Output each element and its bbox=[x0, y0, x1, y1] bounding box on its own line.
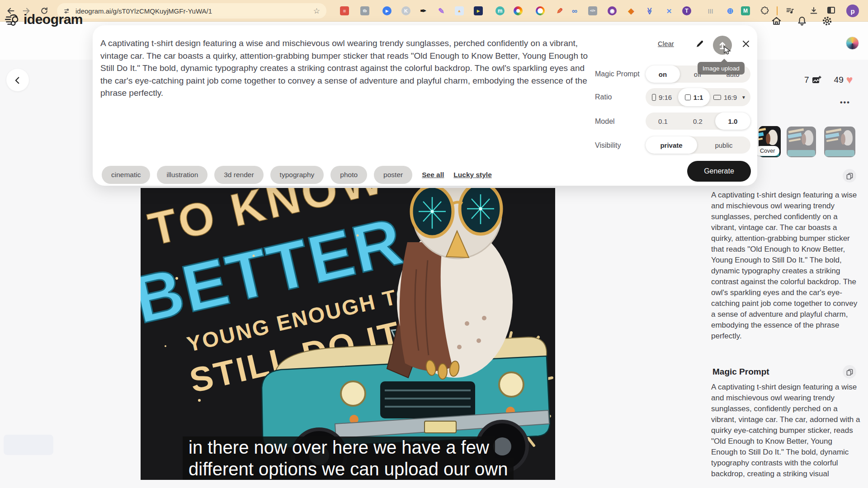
tag-photo[interactable]: photo bbox=[330, 166, 367, 184]
eye-icon[interactable]: ◉ bbox=[608, 6, 617, 15]
bookmark-star-icon[interactable]: ☆ bbox=[313, 6, 320, 16]
metamask-icon[interactable]: ◆ bbox=[627, 6, 636, 15]
color-wheel-icon[interactable] bbox=[514, 6, 523, 15]
cover-badge: Cover bbox=[755, 146, 779, 156]
home-icon[interactable] bbox=[770, 15, 782, 27]
bars-icon[interactable]: ||| bbox=[706, 6, 715, 15]
magic-prompt-label: Magic Prompt bbox=[595, 70, 640, 78]
heart-icon[interactable]: ♥ bbox=[846, 74, 853, 85]
tag-poster[interactable]: poster bbox=[374, 166, 412, 184]
side-panel-icon[interactable] bbox=[827, 7, 835, 14]
back-button[interactable] bbox=[6, 69, 29, 91]
sidebar-prompt-text: A captivating t-shirt design featuring a… bbox=[711, 190, 860, 342]
downloads-icon[interactable] bbox=[808, 5, 819, 16]
more-options-button[interactable]: ••• bbox=[840, 99, 850, 107]
notifications-bell-icon[interactable] bbox=[796, 15, 808, 27]
landscape-ratio-icon bbox=[713, 95, 721, 100]
code-icon[interactable]: </> bbox=[588, 6, 597, 15]
thumbnail-3[interactable] bbox=[824, 127, 855, 157]
toolbar-separator bbox=[777, 6, 778, 15]
tag-cinematic[interactable]: cinematic bbox=[102, 166, 150, 184]
prompt-textarea[interactable]: A captivating t-shirt design featuring a… bbox=[100, 37, 589, 99]
link-icon[interactable]: ∞ bbox=[570, 6, 579, 15]
lucky-style-link[interactable]: Lucky style bbox=[453, 171, 491, 179]
ratio-9-16[interactable]: 9:16 bbox=[646, 88, 678, 106]
model-0-2[interactable]: 0.2 bbox=[680, 113, 715, 130]
chevrons-icon[interactable]: ≫ bbox=[646, 6, 655, 15]
k-extension-icon[interactable]: K bbox=[401, 6, 410, 15]
image-stats: 7 49 ♥ bbox=[804, 74, 853, 85]
model-toggle: 0.1 0.2 1.0 bbox=[646, 113, 750, 130]
like-count: 49 bbox=[834, 75, 844, 85]
magic-prompt-on[interactable]: on bbox=[646, 66, 680, 83]
user-avatar[interactable] bbox=[846, 37, 859, 50]
cross-sticks-icon[interactable]: ✕ bbox=[665, 6, 674, 15]
copy-magic-prompt-button[interactable] bbox=[843, 365, 856, 379]
copy-prompt-button[interactable] bbox=[843, 169, 856, 183]
visibility-toggle: private public bbox=[646, 136, 750, 154]
tab-manager-icon[interactable]: tb bbox=[360, 6, 369, 15]
media-controls-icon[interactable] bbox=[785, 5, 796, 16]
ideogram-logo-icon bbox=[5, 12, 20, 27]
tag-typography[interactable]: typography bbox=[270, 166, 324, 184]
magic-prompt-title: Magic Prompt bbox=[712, 367, 769, 377]
browser-profile-avatar[interactable]: p bbox=[846, 5, 859, 17]
url-text: ideogram.ai/g/sT0YlzCMQKuyjMGFr-YuWA/1 bbox=[75, 7, 313, 15]
model-0-1[interactable]: 0.1 bbox=[646, 113, 680, 130]
red-pen-icon[interactable]: ✎ bbox=[555, 6, 564, 15]
ratio-label: Ratio bbox=[595, 93, 612, 101]
m-teal-icon[interactable]: m bbox=[495, 6, 505, 15]
ratio-16-9[interactable]: 16:9 bbox=[710, 88, 741, 106]
settings-gear-icon[interactable] bbox=[821, 15, 833, 27]
photo-frame-icon[interactable]: ▲ bbox=[455, 6, 464, 15]
copy-icon bbox=[846, 173, 853, 179]
model-label: Model bbox=[595, 117, 615, 126]
caption-line-1: in there now over here we have a few bbox=[183, 436, 495, 458]
video-player-icon[interactable]: ▸ bbox=[382, 6, 392, 15]
model-1-0[interactable]: 1.0 bbox=[715, 113, 750, 130]
mouse-cursor-icon bbox=[722, 46, 732, 59]
chevron-left-icon bbox=[13, 75, 23, 85]
image-count-icon bbox=[812, 75, 821, 84]
image-count: 7 bbox=[804, 75, 809, 85]
close-icon[interactable] bbox=[740, 38, 752, 50]
clear-button[interactable]: Clear bbox=[658, 40, 674, 47]
t-purple-icon[interactable]: T bbox=[682, 6, 691, 15]
browser-toolbar: ideogram.ai/g/sT0YlzCMQKuyjMGFr-YuWA/1 ☆… bbox=[0, 0, 868, 22]
ideogram-logo[interactable]: ideogram bbox=[5, 12, 83, 27]
square-ratio-icon bbox=[685, 94, 691, 100]
see-all-link[interactable]: See all bbox=[422, 171, 444, 179]
ratio-1-1[interactable]: 1:1 bbox=[678, 88, 710, 106]
ratio-toggle: 9:16 1:1 16:9 ▼ bbox=[646, 88, 750, 106]
caption-line-2: different options we can upload our own bbox=[183, 458, 514, 480]
m-green-icon[interactable]: M bbox=[741, 6, 750, 15]
visibility-public[interactable]: public bbox=[697, 136, 750, 154]
tag-illustration[interactable]: illustration bbox=[157, 166, 208, 184]
logo-text: ideogram bbox=[24, 12, 83, 27]
magic-prompt-text: A captivating t-shirt design featuring a… bbox=[711, 382, 860, 479]
todoist-icon[interactable]: ≡ bbox=[340, 6, 349, 15]
address-bar[interactable]: ideogram.ai/g/sT0YlzCMQKuyjMGFr-YuWA/1 ☆ bbox=[57, 3, 326, 19]
globe-icon[interactable]: ⊕ bbox=[726, 6, 735, 15]
purple-pen-icon[interactable]: ✎ bbox=[437, 6, 446, 15]
generate-button[interactable]: Generate bbox=[687, 161, 751, 182]
visibility-label: Visibility bbox=[595, 141, 621, 150]
tag-3d-render[interactable]: 3d render bbox=[214, 166, 263, 184]
screen: ideogram.ai/g/sT0YlzCMQKuyjMGFr-YuWA/1 ☆… bbox=[0, 0, 868, 488]
eyedropper-icon[interactable]: ✒ bbox=[419, 6, 428, 15]
prompt-panel: A captivating t-shirt design featuring a… bbox=[93, 25, 757, 186]
thumbnail-2[interactable] bbox=[787, 127, 816, 157]
ratio-dropdown-chevron-icon[interactable]: ▼ bbox=[741, 95, 746, 100]
background-artifact bbox=[4, 435, 53, 455]
color-ring-icon[interactable] bbox=[536, 6, 545, 15]
copy-icon bbox=[846, 369, 853, 375]
navy-play-icon[interactable]: ▸ bbox=[474, 6, 483, 15]
edit-pencil-icon[interactable] bbox=[694, 38, 706, 50]
extensions-puzzle-icon[interactable] bbox=[760, 5, 770, 16]
video-caption: in there now over here we have a few dif… bbox=[183, 436, 514, 480]
image-upload-tooltip: Image upload bbox=[698, 62, 745, 75]
visibility-private[interactable]: private bbox=[646, 136, 697, 154]
style-tags-row: cinematic illustration 3d render typogra… bbox=[102, 166, 492, 184]
portrait-ratio-icon bbox=[652, 94, 656, 101]
